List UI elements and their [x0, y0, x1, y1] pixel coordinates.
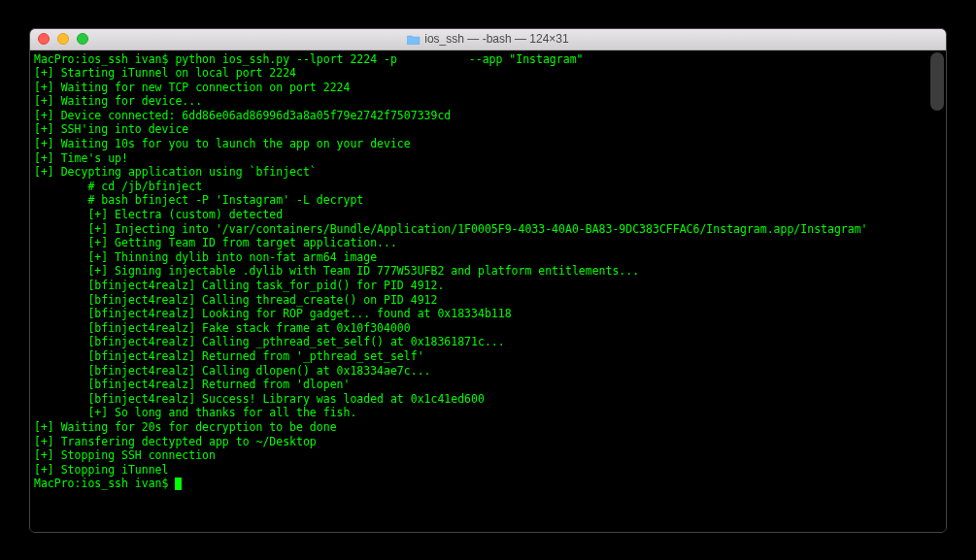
output-line: [+] So long and thanks for all the fish.: [34, 406, 942, 420]
minimize-icon[interactable]: [57, 33, 69, 45]
output-line: [+] Thinning dylib into non-fat arm64 im…: [34, 250, 942, 265]
output-line: [bfinject4realz] Calling dlopen() at 0x1…: [34, 364, 942, 379]
output-line: # bash bfinject -P 'Instagram' -L decryp…: [34, 193, 942, 208]
output-line: [bfinject4realz] Looking for ROP gadget.…: [34, 307, 942, 321]
traffic-lights: [30, 33, 88, 45]
output-line: [bfinject4realz] Calling task_for_pid() …: [34, 279, 942, 293]
terminal-window: ios_ssh — -bash — 124×31 MacPro:ios_ssh …: [29, 28, 947, 533]
output-lines: [+] Starting iTunnel on local port 2224[…: [34, 66, 942, 477]
output-line: [+] Stopping iTunnel: [34, 463, 942, 478]
output-line: [+] SSH'ing into device: [34, 122, 942, 137]
window-title: ios_ssh — -bash — 124×31: [30, 32, 946, 46]
output-line: [bfinject4realz] Returned from '_pthread…: [34, 349, 942, 364]
prompt-host: MacPro:ios_ssh ivan$: [34, 52, 168, 66]
command-text: python ios_ssh.py --lport 2224 -p: [175, 52, 396, 66]
output-line: [bfinject4realz] Calling thread_create()…: [34, 293, 942, 308]
close-icon[interactable]: [38, 33, 50, 45]
folder-icon: [407, 34, 421, 45]
terminal-body[interactable]: MacPro:ios_ssh ivan$ python ios_ssh.py -…: [30, 50, 946, 532]
output-line: [+] Waiting for device...: [34, 94, 942, 109]
window-title-text: ios_ssh — -bash — 124×31: [424, 32, 568, 46]
output-line: [+] Time's up!: [34, 151, 942, 166]
maximize-icon[interactable]: [77, 33, 88, 45]
output-line: [+] Waiting for 20s for decryption to be…: [34, 420, 942, 435]
output-line: [+] Waiting for new TCP connection on po…: [34, 81, 942, 95]
cursor-icon: [175, 478, 182, 490]
output-line: [+] Transfering dectypted app to ~/Deskt…: [34, 435, 942, 449]
prompt-line: MacPro:ios_ssh ivan$ python ios_ssh.py -…: [34, 52, 942, 67]
command-tail: --app "Instagram": [469, 52, 584, 66]
output-line: [+] Decypting application using `bfinjec…: [34, 165, 942, 180]
output-line: [+] Starting iTunnel on local port 2224: [34, 66, 942, 81]
output-line: [bfinject4realz] Calling _pthread_set_se…: [34, 335, 942, 349]
output-line: [bfinject4realz] Success! Library was lo…: [34, 392, 942, 407]
scrollbar[interactable]: [930, 52, 944, 111]
output-line: [+] Device connected: 6dd86e06ad86996d3a…: [34, 109, 942, 123]
output-line: [+] Injecting into '/var/containers/Bund…: [34, 222, 942, 237]
output-line: [+] Waiting 10s for you to launch the ap…: [34, 137, 942, 151]
output-line: [bfinject4realz] Returned from 'dlopen': [34, 378, 942, 392]
output-line: [+] Electra (custom) detected: [34, 208, 942, 222]
redacted-password: [404, 53, 462, 65]
prompt-host-2: MacPro:ios_ssh ivan$: [34, 477, 168, 490]
prompt-line-2: MacPro:ios_ssh ivan$: [34, 477, 942, 491]
titlebar[interactable]: ios_ssh — -bash — 124×31: [30, 29, 946, 50]
output-line: # cd /jb/bfinject: [34, 180, 942, 194]
output-line: [+] Signing injectable .dylib with Team …: [34, 264, 942, 279]
output-line: [bfinject4realz] Fake stack frame at 0x1…: [34, 321, 942, 336]
output-line: [+] Getting Team ID from target applicat…: [34, 236, 942, 250]
output-line: [+] Stopping SSH connection: [34, 448, 942, 463]
